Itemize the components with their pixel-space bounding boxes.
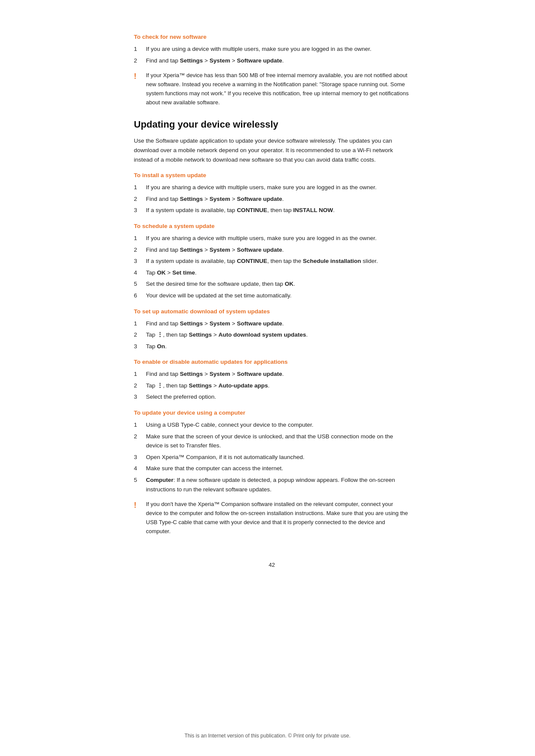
step-number: 3 [134,453,146,462]
step-item: 1 Find and tap Settings > System > Softw… [134,319,410,328]
step-text: If a system update is available, tap CON… [146,256,410,266]
step-number: 3 [134,206,146,215]
step-item: 2 Find and tap Settings > System > Softw… [134,56,410,66]
section-schedule-system-update: To schedule a system update 1 If you are… [134,223,410,300]
warning-icon: ! [134,500,146,511]
step-text: Find and tap Settings > System > Softwar… [146,245,410,255]
main-heading-updating-wirelessly: Updating your device wirelessly [134,119,410,130]
section-heading-check-new-software: To check for new software [134,34,410,40]
step-item: 1 If you are sharing a device with multi… [134,183,410,192]
note-block-update-using-computer: ! If you don't have the Xperia™ Companio… [134,500,410,536]
note-text: If your Xperia™ device has less than 500… [146,71,410,107]
step-number: 2 [134,381,146,390]
step-item: 5 Set the desired time for the software … [134,279,410,289]
step-item: 1 If you are sharing a device with multi… [134,234,410,243]
steps-enable-disable-auto-updates: 1 Find and tap Settings > System > Softw… [134,369,410,402]
section-update-using-computer: To update your device using a computer 1… [134,409,410,536]
step-number: 4 [134,268,146,278]
step-item: 3 If a system update is available, tap C… [134,256,410,266]
step-item: 2 Make sure that the screen of your devi… [134,432,410,450]
step-text: Find and tap Settings > System > Softwar… [146,369,410,379]
step-text: If you are using a device with multiple … [146,44,410,54]
step-item: 6 Your device will be updated at the set… [134,291,410,300]
section-install-system-update: To install a system update 1 If you are … [134,172,410,215]
step-number: 6 [134,291,146,300]
steps-auto-download-updates: 1 Find and tap Settings > System > Softw… [134,319,410,351]
step-number: 2 [134,245,146,255]
step-text: Tap ⋮, then tap Settings > Auto-update a… [146,381,410,390]
step-item: 2 Tap ⋮, then tap Settings > Auto downlo… [134,330,410,340]
step-text: Your device will be updated at the set t… [146,291,410,300]
step-number: 1 [134,234,146,243]
section-heading-update-using-computer: To update your device using a computer [134,409,410,416]
step-item: 2 Find and tap Settings > System > Softw… [134,194,410,204]
page-number: 42 [134,562,410,568]
step-text: Using a USB Type-C cable, connect your d… [146,420,410,430]
step-text: Select the preferred option. [146,392,410,402]
warning-icon: ! [134,71,146,82]
step-text: Tap OK > Set time. [146,268,410,278]
step-item: 5 Computer: If a new software update is … [134,475,410,494]
step-number: 1 [134,44,146,54]
paragraph-updating-wirelessly: Use the Software update application to u… [134,136,410,164]
section-heading-auto-download-updates: To set up automatic download of system u… [134,308,410,315]
section-enable-disable-auto-updates: To enable or disable automatic updates f… [134,359,410,402]
step-item: 1 If you are using a device with multipl… [134,44,410,54]
step-item: 4 Tap OK > Set time. [134,268,410,278]
step-number: 3 [134,392,146,402]
section-heading-enable-disable-auto-updates: To enable or disable automatic updates f… [134,359,410,365]
steps-schedule-system-update: 1 If you are sharing a device with multi… [134,234,410,300]
step-text: Find and tap Settings > System > Softwar… [146,319,410,328]
step-number: 5 [134,279,146,289]
step-text: Find and tap Settings > System > Softwar… [146,194,410,204]
step-text: Tap On. [146,342,410,351]
section-auto-download-updates: To set up automatic download of system u… [134,308,410,351]
step-text: Make sure that the screen of your device… [146,432,410,450]
section-heading-schedule-system-update: To schedule a system update [134,223,410,229]
step-number: 2 [134,330,146,340]
step-number: 1 [134,369,146,379]
note-text: If you don't have the Xperia™ Companion … [146,500,410,536]
section-check-new-software: To check for new software 1 If you are u… [134,34,410,107]
footer: This is an Internet version of this publ… [91,733,444,739]
step-text: Make sure that the computer can access t… [146,464,410,473]
step-number: 1 [134,183,146,192]
section-heading-install-system-update: To install a system update [134,172,410,178]
step-item: 2 Find and tap Settings > System > Softw… [134,245,410,255]
note-block-check-new-software: ! If your Xperia™ device has less than 5… [134,71,410,107]
step-number: 2 [134,432,146,441]
step-text: If you are sharing a device with multipl… [146,183,410,192]
steps-check-new-software: 1 If you are using a device with multipl… [134,44,410,65]
step-number: 2 [134,56,146,66]
step-text: Open Xperia™ Companion, if it is not aut… [146,453,410,462]
step-item: 1 Using a USB Type-C cable, connect your… [134,420,410,430]
steps-update-using-computer: 1 Using a USB Type-C cable, connect your… [134,420,410,494]
step-text: Find and tap Settings > System > Softwar… [146,56,410,66]
section-updating-wirelessly: Updating your device wirelessly Use the … [134,119,410,164]
step-text: If a system update is available, tap CON… [146,206,410,215]
steps-install-system-update: 1 If you are sharing a device with multi… [134,183,410,215]
step-item: 3 Select the preferred option. [134,392,410,402]
step-number: 4 [134,464,146,473]
step-item: 3 If a system update is available, tap C… [134,206,410,215]
step-number: 3 [134,342,146,351]
step-number: 1 [134,319,146,328]
step-number: 3 [134,256,146,266]
step-number: 1 [134,420,146,430]
step-item: 3 Open Xperia™ Companion, if it is not a… [134,453,410,462]
step-text: If you are sharing a device with multipl… [146,234,410,243]
step-text: Tap ⋮, then tap Settings > Auto download… [146,330,410,340]
step-text: Set the desired time for the software up… [146,279,410,289]
page-content: To check for new software 1 If you are u… [91,0,444,756]
step-item: 2 Tap ⋮, then tap Settings > Auto-update… [134,381,410,390]
step-text: Computer: If a new software update is de… [146,475,410,494]
step-item: 3 Tap On. [134,342,410,351]
step-item: 1 Find and tap Settings > System > Softw… [134,369,410,379]
step-number: 2 [134,194,146,204]
step-number: 5 [134,475,146,485]
step-item: 4 Make sure that the computer can access… [134,464,410,473]
